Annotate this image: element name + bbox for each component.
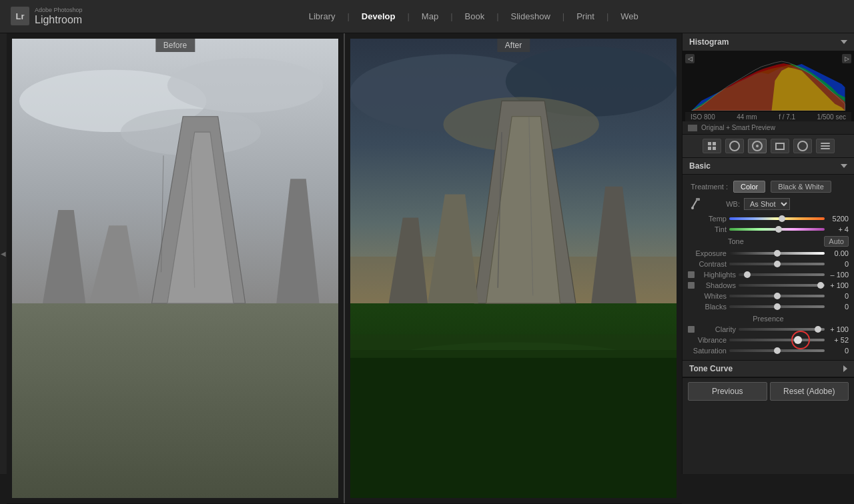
temp-track[interactable]: [729, 217, 825, 220]
tool-grid[interactable]: [703, 139, 721, 153]
histogram-collapse[interactable]: [841, 40, 847, 44]
right-panel: Histogram ◁ ▷ ISO 800 44 mm f: [682, 33, 854, 474]
saturation-thumb[interactable]: [774, 347, 781, 354]
exif-info: ISO 800 44 mm f / 7.1 1/500 sec: [685, 112, 851, 121]
highlights-track[interactable]: [739, 273, 825, 276]
histogram-clip-highlights[interactable]: ▷: [842, 54, 851, 63]
nav-book[interactable]: Book: [456, 7, 494, 25]
exif-focal: 44 mm: [737, 113, 757, 121]
previous-button[interactable]: Previous: [688, 382, 767, 401]
exposure-slider-row: Exposure 0.00: [683, 248, 854, 259]
eyedropper-tool[interactable]: [688, 197, 703, 211]
nav-library[interactable]: Library: [300, 7, 345, 25]
blacks-track[interactable]: [729, 305, 825, 308]
basic-panel-header[interactable]: Basic: [683, 158, 854, 175]
brand-name: Lightroom: [35, 13, 83, 26]
wb-label: WB:: [707, 200, 740, 208]
clarity-track[interactable]: [739, 328, 825, 331]
circle-icon: [797, 141, 808, 151]
reset-button[interactable]: Reset (Adobe): [770, 382, 849, 401]
clarity-min-btn[interactable]: [688, 326, 695, 333]
left-panel-toggle[interactable]: ◀: [0, 33, 7, 474]
after-image: [350, 39, 677, 498]
tone-curve-expand[interactable]: [843, 365, 847, 372]
basic-collapse[interactable]: [841, 164, 847, 168]
clarity-value: + 100: [827, 325, 849, 333]
color-btn[interactable]: Color: [733, 181, 765, 193]
blacks-label: Blacks: [688, 303, 727, 311]
highlights-min-btn[interactable]: [688, 271, 695, 278]
tint-track[interactable]: [729, 228, 825, 231]
image-area: Before: [7, 33, 682, 503]
sliders-icon: [821, 143, 830, 149]
tools-row: [683, 135, 854, 158]
smart-preview-bar: Original + Smart Preview: [683, 121, 854, 135]
auto-btn[interactable]: Auto: [824, 236, 849, 247]
treatment-label: Treatment :: [688, 183, 728, 191]
treatment-row: Treatment : Color Black & White: [683, 179, 854, 195]
lr-icon: Lr: [11, 7, 29, 25]
nav-print[interactable]: Print: [567, 7, 604, 25]
tool-sliders[interactable]: [816, 139, 835, 153]
whites-slider-row: Whites 0: [683, 291, 854, 301]
contrast-thumb[interactable]: [774, 261, 781, 267]
svg-point-29: [691, 207, 694, 209]
blacks-value: 0: [827, 303, 849, 311]
histogram-chart: [685, 54, 851, 111]
exposure-thumb[interactable]: [774, 250, 781, 257]
clarity-label: Clarity: [697, 325, 736, 333]
vibrance-thumb[interactable]: [794, 336, 802, 344]
blacks-thumb[interactable]: [774, 303, 781, 310]
shadows-thumb[interactable]: [817, 282, 824, 289]
main-nav: Library | Develop | Map | Book | Slidesh…: [93, 7, 854, 25]
wb-row: WB: As Shot: [683, 195, 854, 213]
vibrance-track[interactable]: [729, 339, 825, 341]
highlights-label: Highlights: [697, 271, 736, 279]
wb-dropdown[interactable]: As Shot: [744, 198, 790, 210]
lr-logo: Lr Adobe Photoshop Lightroom: [0, 7, 93, 27]
contrast-value: 0: [827, 260, 849, 268]
brand-top: Adobe Photoshop: [35, 7, 83, 14]
exposure-track[interactable]: [729, 252, 825, 255]
blacks-slider-row: Blacks 0: [683, 301, 854, 312]
whites-track[interactable]: [729, 295, 825, 297]
tone-curve-header[interactable]: Tone Curve: [683, 361, 854, 377]
tool-circle2[interactable]: [793, 139, 812, 153]
exposure-label: Exposure: [688, 249, 727, 257]
saturation-track[interactable]: [729, 349, 825, 352]
svg-rect-4: [12, 303, 338, 498]
nav-slideshow[interactable]: Slideshow: [502, 7, 560, 25]
tone-header-row: Tone Auto: [683, 235, 854, 248]
nav-map[interactable]: Map: [412, 7, 448, 25]
basic-title: Basic: [689, 161, 711, 171]
svg-rect-30: [696, 198, 700, 201]
tool-grayscale[interactable]: [771, 139, 789, 153]
histogram-clip-shadows[interactable]: ◁: [685, 54, 695, 63]
nav-web[interactable]: Web: [611, 7, 648, 25]
clarity-thumb[interactable]: [815, 326, 821, 333]
tint-value: + 4: [827, 225, 849, 233]
clarity-slider-row: Clarity + 100: [683, 324, 854, 335]
contrast-slider-row: Contrast 0: [683, 259, 854, 269]
bw-btn[interactable]: Black & White: [771, 181, 831, 193]
histogram-area: ◁ ▷ ISO 800 44 mm f / 7.1 1/500 sec: [683, 51, 854, 121]
vibrance-value: + 52: [827, 336, 849, 344]
temp-value: 5200: [827, 215, 849, 223]
whites-thumb[interactable]: [774, 293, 781, 299]
shadows-min-btn[interactable]: [688, 282, 695, 289]
contrast-track[interactable]: [729, 263, 825, 265]
presence-header: Presence: [683, 312, 854, 324]
saturation-slider-row: Saturation 0: [683, 345, 854, 356]
tool-develop[interactable]: [748, 139, 767, 153]
tool-crop[interactable]: [725, 139, 744, 153]
shadows-track[interactable]: [739, 284, 825, 287]
nav-develop[interactable]: Develop: [352, 7, 405, 25]
tint-thumb[interactable]: [775, 226, 782, 233]
histogram-title: Histogram: [689, 37, 729, 47]
highlights-value: – 100: [827, 271, 849, 279]
presence-label: Presence: [753, 312, 783, 324]
temp-thumb[interactable]: [779, 215, 785, 222]
highlights-thumb[interactable]: [744, 271, 751, 278]
contrast-label: Contrast: [688, 260, 727, 268]
exif-iso: ISO 800: [691, 113, 715, 121]
